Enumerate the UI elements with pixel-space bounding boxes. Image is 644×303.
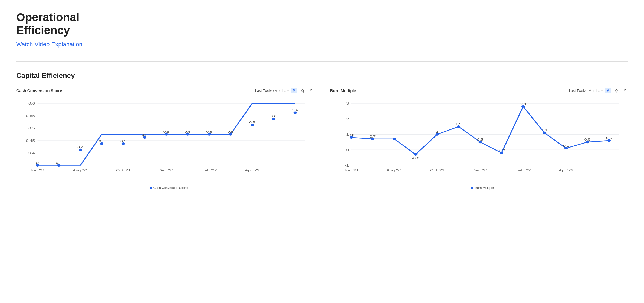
chart2-btn-q[interactable]: Q (613, 88, 620, 93)
chart2-title: Burn Multiple (330, 88, 356, 93)
svg-text:Aug '21: Aug '21 (386, 168, 402, 172)
svg-point-64 (457, 125, 460, 128)
chart2-legend-label: Burn Multiple (475, 186, 494, 190)
watch-video-link[interactable]: Watch Video Explanation (16, 41, 83, 48)
svg-text:Feb '22: Feb '22 (202, 168, 217, 172)
svg-text:0.5: 0.5 (120, 139, 126, 142)
svg-point-60 (371, 138, 374, 140)
svg-text:0.5: 0.5 (185, 130, 190, 133)
section-divider (16, 61, 628, 62)
burn-multiple-chart: Burn Multiple Last Twelve Months ▾ M Q Y (330, 88, 628, 190)
svg-text:0.1: 0.1 (563, 144, 569, 147)
chart1-svg: 0.6 0.55 0.5 0.45 0.4 Jun '21 Aug '21 Oc… (16, 97, 314, 184)
svg-text:0.4: 0.4 (56, 161, 62, 164)
chart1-btn-y[interactable]: Y (308, 88, 314, 93)
svg-text:0.5: 0.5 (28, 126, 35, 130)
svg-text:Jun '21: Jun '21 (344, 168, 359, 172)
svg-point-70 (586, 141, 589, 143)
svg-point-65 (478, 141, 482, 143)
chart2-header: Burn Multiple Last Twelve Months ▾ M Q Y (330, 88, 628, 93)
svg-text:1.5: 1.5 (456, 122, 462, 125)
svg-point-63 (436, 133, 439, 135)
svg-point-62 (414, 153, 418, 155)
svg-point-71 (607, 139, 611, 142)
chart1-period-dropdown[interactable]: Last Twelve Months ▾ (255, 89, 289, 93)
svg-point-66 (500, 152, 503, 154)
chart1-controls: Last Twelve Months ▾ M Q Y (255, 88, 314, 93)
svg-text:1.1: 1.1 (541, 128, 547, 132)
chart1-period-label: Last Twelve Months (255, 89, 286, 93)
svg-text:0.8: 0.8 (349, 133, 354, 136)
chart1-legend-label: Cash Conversion Score (153, 186, 188, 190)
svg-text:0.5: 0.5 (584, 138, 590, 141)
svg-text:2: 2 (346, 117, 349, 121)
chart2-btn-y[interactable]: Y (622, 88, 628, 93)
svg-text:1: 1 (436, 130, 439, 133)
page-title: Operational Efficiency (16, 11, 628, 37)
svg-point-69 (564, 147, 568, 149)
svg-text:Dec '21: Dec '21 (159, 168, 174, 172)
charts-row: Cash Conversion Score Last Twelve Months… (16, 88, 628, 190)
svg-point-29 (294, 111, 297, 114)
chart1-btn-q[interactable]: Q (300, 88, 306, 93)
svg-text:3: 3 (346, 101, 349, 105)
svg-point-61 (393, 138, 396, 140)
svg-text:Dec '21: Dec '21 (472, 168, 488, 172)
chart2-chevron-icon: ▾ (601, 89, 603, 92)
svg-text:0.6: 0.6 (292, 108, 298, 112)
svg-text:0.6: 0.6 (271, 115, 277, 118)
chart2-svg: 3 2 1 0 -1 Jun '21 Aug '21 Oct '21 Dec '… (330, 97, 628, 184)
svg-text:0.5: 0.5 (477, 138, 483, 141)
svg-text:0.6: 0.6 (28, 101, 35, 105)
svg-point-27 (251, 124, 254, 126)
svg-point-20 (100, 142, 104, 145)
svg-text:0.5: 0.5 (249, 121, 255, 124)
chart2-legend: Burn Multiple (330, 186, 628, 190)
section-title: Capital Efficiency (16, 71, 628, 80)
svg-text:-0.3: -0.3 (412, 156, 419, 159)
svg-text:2.8: 2.8 (520, 102, 526, 105)
chart2-btn-m[interactable]: M (605, 88, 611, 93)
svg-text:0.5: 0.5 (99, 139, 105, 142)
svg-text:0.45: 0.45 (26, 139, 35, 142)
svg-text:0.4: 0.4 (35, 161, 41, 164)
svg-text:0.5: 0.5 (206, 130, 212, 133)
chart2-legend-dash (464, 188, 469, 188)
svg-point-28 (272, 118, 275, 120)
svg-point-21 (122, 142, 125, 145)
chart2-period-dropdown[interactable]: Last Twelve Months ▾ (569, 89, 603, 93)
svg-text:0.5: 0.5 (228, 130, 234, 133)
svg-text:-1: -1 (345, 163, 349, 167)
svg-text:Oct '21: Oct '21 (430, 168, 445, 172)
chart1-title: Cash Conversion Score (16, 88, 62, 93)
svg-point-23 (165, 133, 168, 135)
svg-text:-0.2: -0.2 (498, 149, 505, 152)
svg-point-25 (208, 133, 211, 135)
chart1-legend: Cash Conversion Score (16, 186, 314, 190)
svg-point-26 (229, 133, 232, 135)
svg-text:Aug '21: Aug '21 (73, 168, 88, 172)
chart2-area: 3 2 1 0 -1 Jun '21 Aug '21 Oct '21 Dec '… (330, 97, 628, 184)
chart2-legend-dot (471, 187, 473, 189)
chart1-legend-dash (143, 188, 148, 188)
chart2-period-label: Last Twelve Months (569, 89, 600, 93)
chart1-legend-dot (150, 187, 152, 189)
svg-text:Oct '21: Oct '21 (116, 168, 131, 172)
svg-point-24 (186, 133, 189, 135)
svg-text:0.4: 0.4 (77, 145, 83, 149)
chart1-header: Cash Conversion Score Last Twelve Months… (16, 88, 314, 93)
svg-point-68 (543, 131, 546, 134)
chart2-controls: Last Twelve Months ▾ M Q Y (569, 88, 628, 93)
svg-point-67 (521, 105, 525, 107)
chart1-btn-m[interactable]: M (291, 88, 297, 93)
svg-text:0.5: 0.5 (142, 133, 148, 136)
svg-text:Feb '22: Feb '22 (515, 168, 531, 172)
svg-text:0.4: 0.4 (28, 151, 35, 155)
cash-conversion-chart: Cash Conversion Score Last Twelve Months… (16, 88, 314, 190)
svg-point-17 (36, 164, 39, 166)
svg-text:0.7: 0.7 (370, 135, 376, 138)
svg-text:Apr '22: Apr '22 (245, 168, 259, 172)
svg-text:0.6: 0.6 (606, 136, 612, 139)
svg-point-18 (57, 164, 61, 166)
svg-point-22 (143, 136, 146, 139)
